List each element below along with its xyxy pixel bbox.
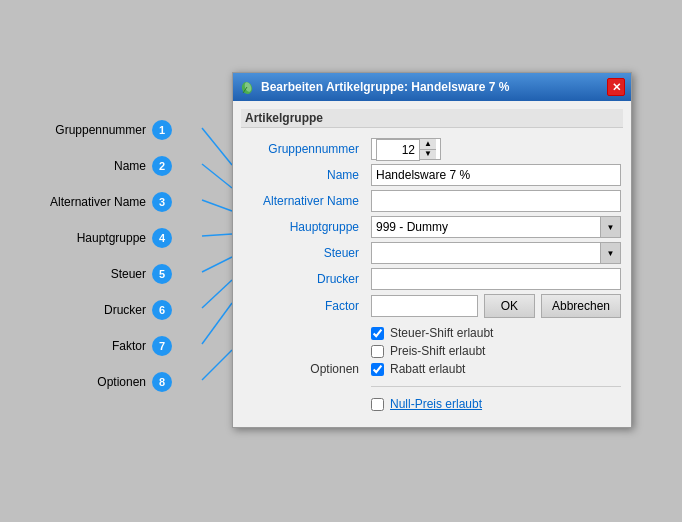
label-row-1: Gruppennummer 1 [50, 112, 172, 148]
label-name: Name [114, 159, 146, 173]
option-row-3: Null-Preis erlaubt [371, 397, 621, 411]
spinner-wrapper[interactable]: ▲ ▼ [371, 138, 441, 160]
svg-line-4 [202, 257, 232, 272]
svg-line-3 [202, 234, 232, 236]
field-label-optionen: Optionen [243, 362, 363, 376]
field-hauptgruppe: 999 - Dummy ▼ [371, 216, 621, 238]
hauptgruppe-dropdown-arrow[interactable]: ▼ [600, 217, 620, 237]
spinner-down-button[interactable]: ▼ [420, 150, 436, 160]
field-gruppennummer: ▲ ▼ [371, 138, 621, 160]
field-alternativer-name [371, 190, 621, 212]
label-row-8: Optionen 8 [50, 364, 172, 400]
ok-button[interactable]: OK [484, 294, 535, 318]
field-label-drucker: Drucker [243, 272, 363, 286]
option-row-2: Rabatt erlaubt [371, 362, 621, 376]
option-checkbox-3[interactable] [371, 398, 384, 411]
gruppennummer-input[interactable] [376, 139, 420, 161]
hauptgruppe-dropdown[interactable]: 999 - Dummy ▼ [371, 216, 621, 238]
svg-line-5 [202, 280, 232, 308]
badge-6: 6 [152, 300, 172, 320]
svg-line-0 [202, 128, 232, 165]
dialog-content: Artikelgruppe Gruppennummer ▲ ▼ Name [233, 101, 631, 427]
badge-4: 4 [152, 228, 172, 248]
option-label-0: Steuer-Shift erlaubt [390, 326, 493, 340]
field-label-steuer: Steuer [243, 246, 363, 260]
dialog-window: Bearbeiten Artikelgruppe: Handelsware 7 … [232, 72, 632, 428]
svg-line-1 [202, 164, 232, 188]
field-label-alternativer-name: Alternativer Name [243, 194, 363, 208]
name-input[interactable] [371, 164, 621, 186]
field-steuer: ▼ [371, 242, 621, 264]
app-icon [239, 79, 255, 95]
field-label-hauptgruppe: Hauptgruppe [243, 220, 363, 234]
dialog-title: Bearbeiten Artikelgruppe: Handelsware 7 … [261, 80, 509, 94]
label-row-2: Name 2 [50, 148, 172, 184]
option-label-3: Null-Preis erlaubt [390, 397, 482, 411]
label-row-7: Faktor 7 [50, 328, 172, 364]
field-label-gruppennummer: Gruppennummer [243, 142, 363, 156]
steuer-dropdown[interactable]: ▼ [371, 242, 621, 264]
label-row-4: Hauptgruppe 4 [50, 220, 172, 256]
label-faktor: Faktor [112, 339, 146, 353]
factor-input[interactable] [371, 295, 478, 317]
label-drucker: Drucker [104, 303, 146, 317]
option-row-0: Steuer-Shift erlaubt [371, 326, 621, 340]
badge-3: 3 [152, 192, 172, 212]
label-gruppennummer: Gruppennummer [55, 123, 146, 137]
cancel-button[interactable]: Abbrechen [541, 294, 621, 318]
spinner-up-button[interactable]: ▲ [420, 139, 436, 150]
label-optionen: Optionen [97, 375, 146, 389]
dialog-titlebar: Bearbeiten Artikelgruppe: Handelsware 7 … [233, 73, 631, 101]
drucker-input[interactable] [371, 268, 621, 290]
field-label-factor: Factor [243, 299, 363, 313]
alternativer-name-input[interactable] [371, 190, 621, 212]
option-checkbox-2[interactable] [371, 363, 384, 376]
badge-7: 7 [152, 336, 172, 356]
label-alternativer-name: Alternativer Name [50, 195, 146, 209]
svg-line-2 [202, 200, 232, 211]
label-row-3: Alternativer Name 3 [50, 184, 172, 220]
badge-1: 1 [152, 120, 172, 140]
field-name [371, 164, 621, 186]
label-steuer: Steuer [111, 267, 146, 281]
labels-panel: Gruppennummer 1 Name 2 Alternativer Name… [50, 112, 182, 400]
spinner-buttons: ▲ ▼ [420, 139, 436, 159]
connector-lines [182, 110, 232, 450]
option-checkbox-0[interactable] [371, 327, 384, 340]
form-grid: Gruppennummer ▲ ▼ Name Alter [241, 134, 623, 419]
field-drucker [371, 268, 621, 290]
option-checkbox-1[interactable] [371, 345, 384, 358]
label-hauptgruppe: Hauptgruppe [77, 231, 146, 245]
titlebar-left: Bearbeiten Artikelgruppe: Handelsware 7 … [239, 79, 509, 95]
svg-line-7 [202, 350, 232, 380]
close-button[interactable]: ✕ [607, 78, 625, 96]
field-label-name: Name [243, 168, 363, 182]
options-divider [371, 386, 621, 387]
option-row-1: Preis-Shift erlaubt [371, 344, 621, 358]
option-label-1: Preis-Shift erlaubt [390, 344, 485, 358]
options-panel: Steuer-Shift erlaubt Preis-Shift erlaubt… [371, 322, 621, 415]
steuer-dropdown-arrow[interactable]: ▼ [600, 243, 620, 263]
label-row-6: Drucker 6 [50, 292, 172, 328]
svg-line-6 [202, 303, 232, 344]
badge-5: 5 [152, 264, 172, 284]
badge-8: 8 [152, 372, 172, 392]
option-label-2: Rabatt erlaubt [390, 362, 465, 376]
hauptgruppe-dropdown-text: 999 - Dummy [372, 220, 600, 234]
badge-2: 2 [152, 156, 172, 176]
label-row-5: Steuer 5 [50, 256, 172, 292]
section-label: Artikelgruppe [241, 109, 623, 128]
field-factor-row: OK Abbrechen [371, 294, 621, 318]
